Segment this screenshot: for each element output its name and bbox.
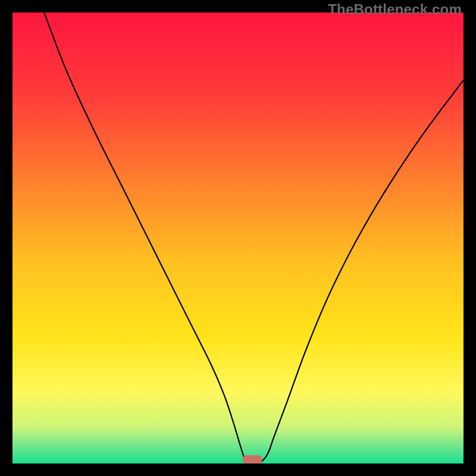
chart-frame: TheBottleneck.com: [0, 0, 476, 476]
optimum-marker: [243, 455, 262, 464]
watermark-text: TheBottleneck.com: [328, 1, 462, 18]
plot-area: [12, 12, 464, 464]
bottleneck-chart: [12, 12, 464, 464]
gradient-background: [12, 12, 464, 464]
